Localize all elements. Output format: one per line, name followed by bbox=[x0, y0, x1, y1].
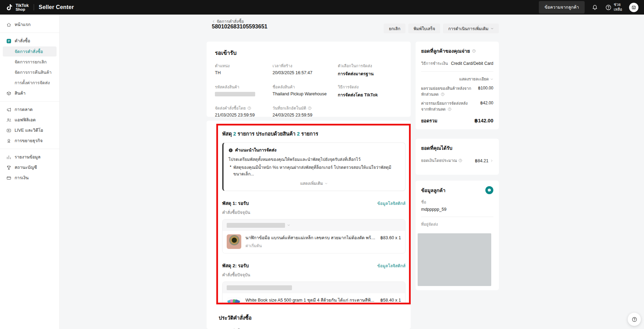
help-label: ช่วย เหลือ bbox=[614, 2, 622, 12]
redacted-shipping-address bbox=[418, 233, 491, 286]
sidebar-item-products[interactable]: สินค้า bbox=[0, 88, 59, 98]
package-1-header: พัสดุ 1: รอรับ ข้อมูลโลจิสติกส์ bbox=[222, 199, 405, 207]
field-created-time: เวลาที่สร้าง 20/03/2025 16:57:47 bbox=[273, 63, 338, 77]
product-name: White Book size A5 500 gram 1 ชุดมี 4 สี… bbox=[245, 297, 376, 304]
estimated-amount-row: ยอดเงินโดยประมาณ ฿84.21 bbox=[421, 157, 493, 164]
products-box-icon bbox=[6, 91, 11, 96]
trophy-icon bbox=[6, 165, 11, 170]
chevron-down-icon bbox=[287, 224, 290, 227]
shipping-advisory-panel: คำแนะนำในการจัดส่ง โปรดเตรียมพัสดุทั้งหม… bbox=[222, 142, 405, 191]
sidebar-item-business-growth[interactable]: การขยายธุรกิจ bbox=[0, 136, 59, 146]
sidebar-item-home[interactable]: หน้าแรก bbox=[0, 19, 59, 30]
tiktok-shop-logo[interactable]: TikTok Shop bbox=[6, 3, 29, 11]
payment-method-value: Credit Card/Debit Card bbox=[451, 61, 493, 66]
chevron-down-icon bbox=[490, 78, 493, 81]
estimated-amount-link[interactable]: ฿84.21 bbox=[475, 158, 493, 163]
medal-icon bbox=[6, 138, 11, 144]
subtotal-row: ผลรวมย่อยของสินค้าหลังจากหักส่วนลด ฿100.… bbox=[421, 86, 493, 97]
topbar-actions: ข้อความจากลูกค้า ช่วย เหลือ bbox=[539, 1, 638, 14]
sku-dropdown-strip[interactable] bbox=[223, 282, 405, 293]
product-image-paper bbox=[227, 297, 241, 304]
order-history-title: ประวัติคำสั่งซื้อ bbox=[219, 314, 263, 322]
advisory-line: โปรดเตรียมพัสดุทั้งหมดของคุณให้พร้อมและน… bbox=[228, 156, 400, 163]
earnings-card-title: ยอดที่คุณได้รับ bbox=[421, 144, 452, 152]
sidebar-item-affiliate[interactable]: แอฟฟิลิเอด bbox=[0, 115, 59, 125]
subtotal-value: ฿100.00 bbox=[478, 86, 493, 97]
logo-text: TikTok Shop bbox=[16, 3, 29, 11]
packages-card: พัสดุ 2 รายการ ประกอบด้วยสินค้า 2 รายการ… bbox=[207, 121, 411, 329]
payment-card-title: ยอดที่ลูกค้าของคุณจ่าย bbox=[421, 47, 470, 55]
help-menu[interactable]: ช่วย เหลือ bbox=[605, 2, 622, 12]
info-icon bbox=[228, 148, 233, 153]
sidebar-item-live-video[interactable]: LIVE และวิดีโอ bbox=[0, 125, 59, 136]
field-auto-cancel-date: วันที่ยกเลิกอัตโนมัติ 24/03/2025 23:59:5… bbox=[273, 105, 338, 118]
sku-dropdown-strip[interactable] bbox=[223, 219, 405, 231]
sidebar-divider bbox=[0, 149, 59, 149]
current-order-label: คำสั่งซื้อปัจจุบัน bbox=[222, 271, 405, 278]
package-1-group: นาฬิกาข้อมือ แบรนด์แท้สายแม่เหล็ก เลขครบ… bbox=[222, 219, 405, 253]
sidebar-item-manage-returns[interactable]: จัดการการคืนสินค้า bbox=[0, 67, 59, 77]
cancel-button[interactable]: ยกเลิก bbox=[384, 24, 405, 33]
storefront-icon bbox=[631, 5, 636, 10]
total-row: ยอดรวม ฿142.00 bbox=[421, 117, 493, 124]
field-warehouse-id: รหัสคลังสินค้า bbox=[215, 84, 273, 98]
product-variant: ค่าเริ่มต้น bbox=[245, 243, 376, 249]
more-actions-button[interactable]: การดำเนินการเพิ่มเติม bbox=[443, 24, 499, 33]
payment-method-row: วิธีการชำระเงิน Credit Card/Debit Card bbox=[421, 60, 493, 67]
help-tooltip-icon[interactable] bbox=[448, 107, 452, 111]
shipping-fee-value: ฿42.00 bbox=[480, 101, 493, 112]
sidebar-item-orders[interactable]: คำสั่งซื้อ bbox=[0, 36, 59, 46]
live-video-icon bbox=[6, 128, 11, 133]
help-tooltip-icon[interactable] bbox=[308, 106, 312, 110]
show-details-toggle[interactable]: แสดงรายละเอียด bbox=[421, 76, 493, 82]
product-row: นาฬิกาข้อมือ แบรนด์แท้สายแม่เหล็ก เลขครบ… bbox=[223, 231, 405, 253]
sidebar-item-finance[interactable]: การเงิน bbox=[0, 173, 59, 183]
field-ship-by: จัดส่งคำสั่งซื้อโดย 21/03/2025 23:59:59 bbox=[215, 105, 273, 118]
sidebar-item-account-health[interactable]: สถานะบัญชี bbox=[0, 162, 59, 173]
sidebar-item-shipping-settings[interactable]: การตั้งค่าการจัดส่ง bbox=[0, 78, 59, 88]
customer-payment-card: ยอดที่ลูกค้าของคุณจ่าย วิธีการชำระเงิน C… bbox=[416, 42, 499, 129]
sidebar-item-marketing[interactable]: การตลาด bbox=[0, 104, 59, 115]
package-2-group: White Book size A5 500 gram 1 ชุดมี 4 สี… bbox=[222, 282, 405, 304]
chevron-right-icon bbox=[490, 159, 493, 162]
customer-messages-button[interactable]: ข้อความจากลูกค้า bbox=[539, 1, 584, 14]
logo-line1: TikTok bbox=[16, 3, 29, 8]
order-history-section: ประวัติคำสั่งซื้อ คำสั่งซื้อพร้อมจัดส่ง bbox=[219, 314, 263, 329]
show-more-toggle[interactable]: แสดงเพิ่มเติม bbox=[228, 180, 400, 187]
main-content: จัดการคำสั่งซื้อ 580102683105593651 ยกเล… bbox=[60, 15, 644, 329]
redacted-sku-id bbox=[227, 285, 292, 290]
sidebar-item-manage-cancellations[interactable]: จัดการการยกเลิก bbox=[0, 57, 59, 67]
annotation-highlight-box: พัสดุ 2 รายการ ประกอบด้วยสินค้า 2 รายการ… bbox=[216, 124, 411, 304]
help-tooltip-icon[interactable] bbox=[441, 92, 445, 96]
order-status-grid: ตำแหน่ง TH เวลาที่สร้าง 20/03/2025 16:57… bbox=[215, 63, 402, 118]
field-shipping-option: ตัวเลือกในการจัดส่ง การจัดส่งมาตรฐาน bbox=[338, 63, 402, 77]
logistics-info-link[interactable]: ข้อมูลโลจิสติกส์ bbox=[377, 262, 405, 269]
product-image-watch bbox=[227, 234, 241, 249]
shop-avatar[interactable] bbox=[629, 3, 638, 12]
page-title-order-id: 580102683105593651 bbox=[212, 24, 267, 30]
logo-line2: Shop bbox=[16, 8, 29, 11]
notifications-bell-icon[interactable] bbox=[592, 4, 598, 11]
help-question-icon bbox=[632, 317, 637, 322]
people-icon bbox=[6, 118, 11, 123]
packages-section-title: พัสดุ 2 รายการ ประกอบด้วยสินค้า 2 รายการ bbox=[222, 130, 405, 138]
print-receipt-button[interactable]: พิมพ์ใบเสร็จ bbox=[408, 24, 440, 33]
sidebar-divider bbox=[0, 101, 59, 102]
chat-bubble-icon bbox=[487, 188, 492, 192]
customer-card-title: ข้อมูลลูกค้า bbox=[421, 187, 445, 194]
redacted-sku-id bbox=[227, 223, 285, 228]
seller-earnings-card: ยอดที่คุณได้รับ ยอดเงินโดยประมาณ ฿84.21 bbox=[416, 139, 499, 175]
help-tooltip-icon[interactable] bbox=[472, 49, 476, 53]
floating-help-button[interactable] bbox=[628, 313, 641, 326]
sidebar-item-manage-orders[interactable]: จัดการคำสั่งซื้อ bbox=[3, 46, 57, 57]
orders-icon bbox=[6, 38, 11, 44]
logistics-info-link[interactable]: ข้อมูลโลจิสติกส์ bbox=[377, 200, 405, 207]
customer-name-label: ชื่อ bbox=[421, 199, 493, 205]
help-question-icon bbox=[605, 4, 612, 11]
chat-with-customer-button[interactable] bbox=[485, 186, 493, 194]
shipping-fee-row: ค่าธรรมเนียมการจัดส่งหลังจากหักส่วนลด ฿4… bbox=[421, 101, 493, 112]
sidebar-item-analytics[interactable]: รายงานข้อมูล bbox=[0, 152, 59, 162]
help-tooltip-icon[interactable] bbox=[247, 106, 251, 110]
current-order-label: คำสั่งซื้อปัจจุบัน bbox=[222, 209, 405, 216]
help-tooltip-icon[interactable] bbox=[458, 158, 462, 163]
